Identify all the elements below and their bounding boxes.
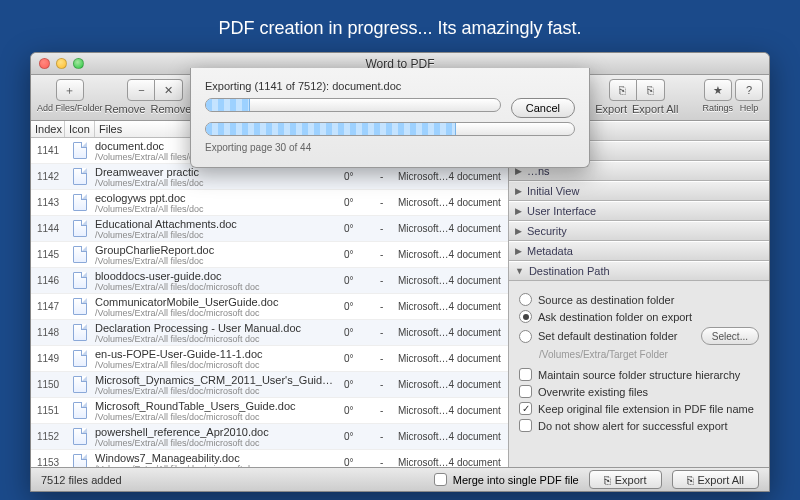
file-name: Educational Attachments.doc — [95, 218, 338, 230]
add-files-button[interactable]: ＋ — [56, 79, 84, 101]
accordion-label: Security — [527, 225, 567, 237]
destination-path-panel: Source as destination folder Ask destina… — [509, 281, 769, 467]
row-index: 1148 — [31, 327, 65, 338]
rotation-value: 0° — [344, 223, 380, 234]
file-name: powershell_reference_Apr2010.doc — [95, 426, 338, 438]
radio-set-default-folder[interactable]: Set default destination folderSelect... — [519, 327, 759, 345]
remove-all-button[interactable]: ✕ — [155, 79, 183, 101]
side-panel: ▶…ns ▶…tions ▶…ns ▶Initial View ▶User In… — [509, 121, 769, 467]
file-name: en-us-FOPE-User-Guide-11-1.doc — [95, 348, 338, 360]
radio-icon — [519, 293, 532, 306]
col-icon[interactable]: Icon — [65, 121, 95, 137]
table-row[interactable]: 1152powershell_reference_Apr2010.doc/Vol… — [31, 424, 508, 450]
radio-label: Source as destination folder — [538, 294, 674, 306]
minimize-icon[interactable] — [56, 58, 67, 69]
checkbox-icon — [519, 402, 532, 415]
rotation-value: 0° — [344, 379, 380, 390]
footer-export-all-button[interactable]: ⎘Export All — [672, 470, 759, 489]
page-progress-bar — [205, 122, 575, 136]
accordion-initial-view[interactable]: ▶Initial View — [509, 181, 769, 201]
footer-export-button[interactable]: ⎘Export — [589, 470, 662, 489]
file-name: ecologyws ppt.doc — [95, 192, 338, 204]
table-row[interactable]: 1148Declaration Processing - User Manual… — [31, 320, 508, 346]
radio-source-folder[interactable]: Source as destination folder — [519, 293, 759, 306]
file-type: Microsoft…4 document — [398, 457, 508, 467]
star-icon: ★ — [713, 84, 723, 97]
file-name: blooddocs-user-guide.doc — [95, 270, 338, 282]
toolbar-label: Add Files/Folder — [37, 103, 103, 113]
file-name: Microsoft_Dynamics_CRM_2011_User's_Guide… — [95, 374, 338, 386]
file-icon — [65, 272, 95, 289]
accordion-label: Metadata — [527, 245, 573, 257]
close-icon[interactable] — [39, 58, 50, 69]
accordion-metadata[interactable]: ▶Metadata — [509, 241, 769, 261]
table-row[interactable]: 1145GroupCharlieReport.doc/Volumes/Extra… — [31, 242, 508, 268]
dash-value: - — [380, 353, 398, 364]
file-icon — [65, 324, 95, 341]
file-name: GroupCharlieReport.doc — [95, 244, 338, 256]
row-index: 1149 — [31, 353, 65, 364]
file-path: /Volumes/Extra/All files/doc — [95, 230, 338, 240]
zoom-icon[interactable] — [73, 58, 84, 69]
dash-value: - — [380, 171, 398, 182]
file-type: Microsoft…4 document — [398, 249, 508, 260]
accordion-user-interface[interactable]: ▶User Interface — [509, 201, 769, 221]
table-row[interactable]: 1144Educational Attachments.doc/Volumes/… — [31, 216, 508, 242]
table-row[interactable]: 1150Microsoft_Dynamics_CRM_2011_User's_G… — [31, 372, 508, 398]
dash-value: - — [380, 431, 398, 442]
file-icon — [65, 376, 95, 393]
table-row[interactable]: 1153Windows7_Manageability.doc/Volumes/E… — [31, 450, 508, 467]
table-row[interactable]: 1143ecologyws ppt.doc/Volumes/Extra/All … — [31, 190, 508, 216]
rotation-value: 0° — [344, 275, 380, 286]
file-type: Microsoft…4 document — [398, 431, 508, 442]
file-type: Microsoft…4 document — [398, 301, 508, 312]
file-path: /Volumes/Extra/All files/doc — [95, 178, 338, 188]
chevron-down-icon: ▼ — [515, 266, 524, 276]
help-button[interactable]: ? — [735, 79, 763, 101]
file-path: /Volumes/Extra/All files/doc — [95, 256, 338, 266]
export-button[interactable]: ⎘ — [609, 79, 637, 101]
export-progress-sheet: Exporting (1141 of 7512): document.doc C… — [190, 68, 590, 168]
file-icon — [65, 142, 95, 159]
toolbar-label: Ratings — [702, 103, 733, 113]
cancel-button[interactable]: Cancel — [511, 98, 575, 118]
table-row[interactable]: 1146blooddocs-user-guide.doc/Volumes/Ext… — [31, 268, 508, 294]
table-row[interactable]: 1151Microsoft_RoundTable_Users_Guide.doc… — [31, 398, 508, 424]
check-maintain-structure[interactable]: Maintain source folder structure hierarc… — [519, 368, 759, 381]
export-all-button[interactable]: ⎘ — [637, 79, 665, 101]
row-index: 1153 — [31, 457, 65, 467]
document-icon — [73, 376, 87, 393]
file-name: CommunicatorMobile_UserGuide.doc — [95, 296, 338, 308]
file-list-body[interactable]: 1141document.doc/Volumes/Extra/All files… — [31, 138, 508, 467]
ratings-button[interactable]: ★ — [704, 79, 732, 101]
button-label: Export All — [698, 474, 744, 486]
file-path: /Volumes/Extra/All files/doc — [95, 204, 338, 214]
file-path: /Volumes/Extra/All files/doc/microsoft d… — [95, 412, 338, 422]
check-no-alert[interactable]: Do not show alert for successful export — [519, 419, 759, 432]
check-merge-single-pdf[interactable]: Merge into single PDF file — [434, 473, 579, 486]
check-overwrite[interactable]: Overwrite existing files — [519, 385, 759, 398]
file-icon — [65, 402, 95, 419]
radio-ask-folder[interactable]: Ask destination folder on export — [519, 310, 759, 323]
file-icon — [65, 168, 95, 185]
accordion-destination-path[interactable]: ▼Destination Path — [509, 261, 769, 281]
document-icon — [73, 194, 87, 211]
remove-button[interactable]: − — [127, 79, 155, 101]
table-row[interactable]: 1149en-us-FOPE-User-Guide-11-1.doc/Volum… — [31, 346, 508, 372]
check-keep-extension[interactable]: Keep original file extension in PDF file… — [519, 402, 759, 415]
accordion-label: Destination Path — [529, 265, 610, 277]
dash-value: - — [380, 379, 398, 390]
file-count-text: 7512 files added — [41, 474, 122, 486]
rotation-value: 0° — [344, 457, 380, 467]
accordion-security[interactable]: ▶Security — [509, 221, 769, 241]
row-index: 1147 — [31, 301, 65, 312]
dash-value: - — [380, 405, 398, 416]
file-icon — [65, 194, 95, 211]
col-index[interactable]: Index — [31, 121, 65, 137]
table-row[interactable]: 1147CommunicatorMobile_UserGuide.doc/Vol… — [31, 294, 508, 320]
document-icon — [73, 454, 87, 467]
select-folder-button[interactable]: Select... — [701, 327, 759, 345]
file-type: Microsoft…4 document — [398, 223, 508, 234]
file-type: Microsoft…4 document — [398, 275, 508, 286]
row-index: 1142 — [31, 171, 65, 182]
